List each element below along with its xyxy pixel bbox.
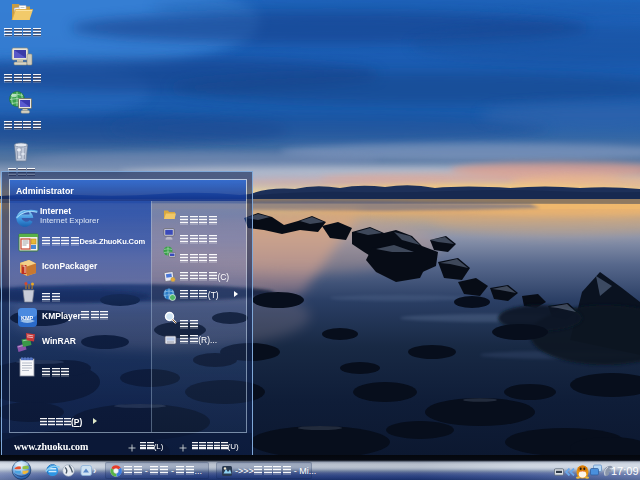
svg-text:KMP: KMP xyxy=(21,315,34,321)
